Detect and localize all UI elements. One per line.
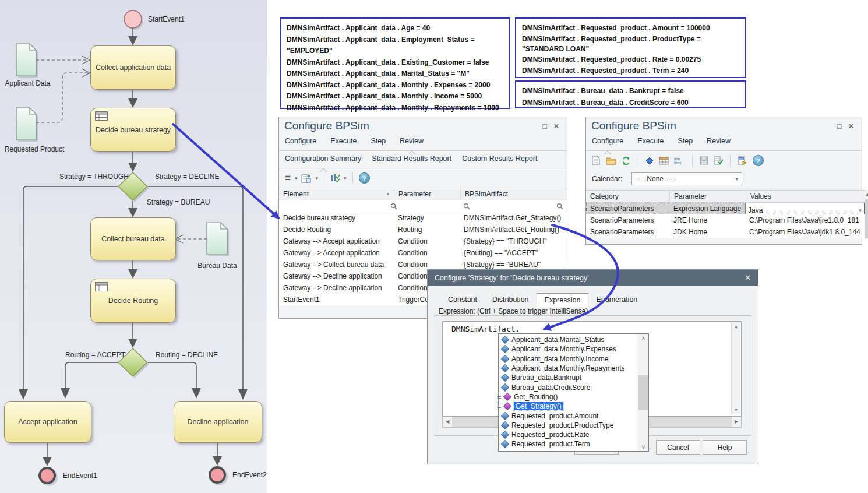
filter-options-icon[interactable] (330, 174, 340, 183)
tab-review[interactable]: Review (400, 137, 424, 145)
parameter-filter-cell[interactable] (401, 200, 474, 212)
subtab-standard-results-report[interactable]: Standard Results Report (372, 154, 451, 163)
values-combo[interactable]: Java ▾ (745, 203, 865, 214)
table-row[interactable]: Decide bureau strategyStrategyDMNSimArti… (279, 212, 567, 224)
tab-distribution[interactable]: Distribution (485, 293, 537, 307)
tab-enumeration[interactable]: Enumeration (588, 293, 645, 307)
tab-step[interactable]: Step (678, 137, 693, 145)
scroll-up-icon[interactable]: ▲ (732, 322, 740, 331)
intellisense-item-selected[interactable]: Get_Strategy() (500, 402, 638, 411)
expression-vscrollbar[interactable]: ▲ ▼ (731, 322, 740, 414)
end-event1-circle[interactable] (40, 468, 55, 483)
table-row[interactable]: Gateway --> Collect bureau dataCondition… (279, 259, 567, 270)
scrollbar-thumb[interactable] (638, 375, 648, 410)
hamburger-menu-icon[interactable]: ≡ (285, 174, 291, 182)
configuration-table-icon[interactable] (659, 157, 669, 165)
task-collect-application-data[interactable]: Collect application data (90, 45, 176, 90)
column-header-category[interactable]: Category (586, 191, 670, 202)
intellisense-item[interactable]: Get_Routing() (500, 392, 638, 402)
tab-execute[interactable]: Execute (330, 137, 357, 145)
table-row[interactable]: ScenarioParameters JRE Home C:\Program F… (586, 214, 865, 226)
intellisense-item[interactable]: Requested_product.Term (500, 439, 638, 449)
refresh-icon[interactable] (622, 156, 631, 165)
tab-expression[interactable]: Expression (537, 293, 589, 307)
open-folder-icon[interactable] (606, 156, 616, 165)
sort-ascending-icon[interactable]: ▲ (386, 191, 390, 196)
intellisense-item[interactable]: Applicant_data.Monthly.Repayments (500, 364, 638, 373)
window-titlebar[interactable]: Configure BPSim □ ✕ (279, 117, 567, 133)
task-collect-bureau-data[interactable]: Collect bureau data (90, 217, 176, 260)
close-button[interactable]: ✕ (551, 122, 562, 131)
scroll-up-icon[interactable]: ▲ (865, 190, 868, 199)
calendar-dropdown[interactable]: ---- None ---- ▾ (631, 172, 742, 185)
calendar-value: ---- None ---- (636, 175, 735, 183)
dialog-titlebar[interactable]: Configure 'Strategy' for 'Decide bureau … (428, 270, 758, 286)
intellisense-item[interactable]: Applicant_data.Monthly.Expenses (500, 344, 638, 354)
artifact-diamond-icon[interactable] (645, 157, 654, 165)
scrollbar-thumb[interactable] (865, 199, 868, 238)
artifact-line: DMNSimArtifact . Applicant_data . Existi… (287, 57, 503, 69)
column-header-parameter[interactable]: Parameter (394, 188, 461, 200)
table-row[interactable]: ScenarioParameters JDK Home C:\Program F… (586, 226, 865, 238)
chevron-down-icon[interactable]: ▾ (315, 175, 318, 181)
scroll-up-icon[interactable]: ∧ (638, 334, 648, 343)
subtab-configuration-summary[interactable]: Configuration Summary (285, 154, 361, 163)
tab-configure[interactable]: Configure (592, 137, 623, 145)
save-icon[interactable] (700, 156, 708, 165)
close-button[interactable]: ✕ (845, 122, 857, 131)
end-event2-circle[interactable] (210, 467, 225, 483)
scroll-left-icon[interactable]: ◀ (443, 417, 452, 427)
table-row[interactable]: Gateway --> Accept applicationCondition{… (279, 247, 567, 259)
chevron-down-icon[interactable]: ▾ (295, 175, 298, 181)
window-titlebar[interactable]: Configure BPSim □ ✕ (586, 117, 862, 133)
tab-execute[interactable]: Execute (637, 137, 664, 145)
help-icon[interactable]: ? (753, 155, 764, 166)
xml-report-icon[interactable]: XML (738, 156, 747, 165)
tab-constant[interactable]: Constant (440, 293, 485, 307)
task-decide-bureau-strategy[interactable]: Decide bureau strategy (90, 108, 176, 152)
intellisense-scrollbar[interactable]: ∧ ∨ (638, 334, 648, 451)
bpsimartifact-filter-cell[interactable] (474, 200, 567, 212)
intellisense-item[interactable]: Requested_product.ProductType (500, 421, 638, 430)
subtab-custom-results-report[interactable]: Custom Results Report (462, 154, 537, 163)
chevron-down-icon[interactable]: ▾ (344, 175, 347, 181)
intellisense-item[interactable]: Requested_product.Amount (500, 411, 638, 420)
maximize-button[interactable]: □ (539, 122, 551, 131)
tab-configure[interactable]: Configure (285, 137, 316, 145)
maximize-button[interactable]: □ (834, 122, 845, 131)
vertical-scrollbar[interactable]: ▲ (865, 190, 868, 239)
applicant-data-object[interactable] (16, 44, 36, 76)
tab-review[interactable]: Review (707, 137, 731, 145)
start-event-circle[interactable] (124, 10, 142, 28)
help-icon[interactable]: ? (359, 172, 370, 184)
task-accept-application[interactable]: Accept application (4, 401, 91, 443)
scroll-down-icon[interactable]: ∨ (638, 442, 648, 451)
column-header-bpsimartifact[interactable]: BPSimArtifact (461, 188, 567, 200)
column-header-values[interactable]: Values (746, 191, 865, 202)
column-header-element[interactable]: Element ▲ (279, 188, 394, 200)
table-row-selected[interactable]: ScenarioParameters Expression Language J… (586, 203, 865, 214)
intellisense-item[interactable]: Applicant_data.Marital_Status (500, 335, 638, 344)
close-icon[interactable]: ✕ (744, 273, 751, 282)
help-button[interactable]: Help (703, 440, 747, 455)
intellisense-item[interactable]: Bureau_data.CreditScore (500, 382, 638, 392)
bureau-data-object[interactable] (207, 223, 227, 255)
new-document-icon[interactable] (592, 156, 601, 165)
intellisense-item[interactable]: Requested_product.Rate (500, 430, 638, 439)
summary-report-icon[interactable] (301, 174, 311, 183)
task-decide-routing[interactable]: Decide Routing (90, 279, 176, 323)
intellisense-item[interactable]: Applicant_data.Monthly.Income (500, 354, 638, 364)
intellisense-item[interactable]: Bureau_data.Bankrupt (500, 373, 638, 382)
tab-step[interactable]: Step (371, 137, 386, 145)
scroll-right-icon[interactable]: ▶ (732, 417, 741, 427)
element-filter-cell[interactable] (279, 200, 401, 212)
validate-document-icon[interactable] (714, 156, 723, 165)
scroll-down-icon[interactable]: ▼ (732, 406, 740, 414)
table-row[interactable]: Decide RoutingRoutingDMNSimArtifact.Get_… (279, 224, 567, 235)
task-decline-application[interactable]: Decline application (174, 401, 262, 443)
cancel-button[interactable]: Cancel (656, 440, 700, 455)
requested-product-object[interactable] (16, 108, 36, 140)
min-max-icon[interactable]: minmax (674, 156, 685, 165)
column-header-parameter[interactable]: Parameter (670, 191, 746, 202)
table-row[interactable]: Gateway --> Accept applicationCondition{… (279, 235, 567, 247)
